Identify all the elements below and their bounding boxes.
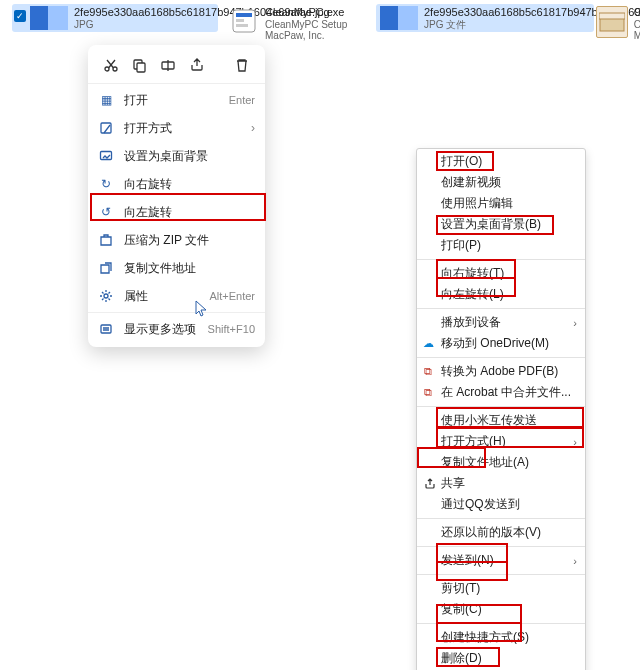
context-menu-classic: 打开(O) 创建新视频 使用照片编辑 设置为桌面背景(B) 打印(P) 向右旋转… <box>416 148 586 670</box>
more-icon <box>98 321 114 337</box>
exe-icon <box>229 6 259 36</box>
menu-share[interactable]: 共享 <box>417 473 585 494</box>
zip-icon <box>98 232 114 248</box>
menu-new-video[interactable]: 创建新视频 <box>417 172 585 193</box>
menu-open-with[interactable]: 打开方式› <box>88 114 265 142</box>
context-menu-win11: ▦打开Enter 打开方式› 设置为桌面背景 ↻向右旋转 ↺向左旋转 压缩为 Z… <box>88 45 265 347</box>
svg-rect-1 <box>236 13 252 17</box>
file-name: 2fe995e330aa6168b5c61817b947b1604e69afae… <box>424 6 574 19</box>
file-name: CleanMyPC.exe <box>265 6 347 19</box>
background-icon <box>98 148 114 164</box>
delete-icon[interactable] <box>232 55 252 75</box>
copy-icon[interactable] <box>129 55 149 75</box>
checkbox-icon: ✓ <box>14 10 26 22</box>
menu-create-shortcut[interactable]: 创建快捷方式(S) <box>417 627 585 648</box>
share-icon[interactable] <box>187 55 207 75</box>
menu-set-background[interactable]: 设置为桌面背景(B) <box>417 214 585 235</box>
menu-set-background[interactable]: 设置为桌面背景 <box>88 142 265 170</box>
menu-properties[interactable]: 属性Alt+Enter <box>88 282 265 310</box>
menu-send-to[interactable]: 发送到(N)› <box>417 550 585 571</box>
chevron-right-icon: › <box>573 555 577 567</box>
menu-previous-versions[interactable]: 还原以前的版本(V) <box>417 522 585 543</box>
action-row <box>88 51 265 81</box>
file-type: JPG <box>74 19 224 31</box>
menu-show-more[interactable]: 显示更多选项Shift+F10 <box>88 315 265 343</box>
menu-compress-zip[interactable]: 压缩为 ZIP 文件 <box>88 226 265 254</box>
open-icon: ▦ <box>98 92 114 108</box>
svg-rect-14 <box>101 325 111 333</box>
share-icon <box>423 477 437 491</box>
rotate-right-icon: ↻ <box>98 176 114 192</box>
menu-cut[interactable]: 剪切(T) <box>417 578 585 599</box>
svg-rect-2 <box>236 19 244 22</box>
chevron-right-icon: › <box>573 436 577 448</box>
svg-rect-9 <box>137 63 145 72</box>
file-item-jpg2[interactable]: 2fe995e330aa6168b5c61817b947b1604e69afae… <box>376 4 594 32</box>
menu-rotate-left[interactable]: ↺向左旋转 <box>88 198 265 226</box>
file-item-exe[interactable]: CleanMyPC.exeCleanMyPC SetupMacPaw, Inc. <box>225 4 383 44</box>
menu-delete[interactable]: 删除(D) <box>417 648 585 669</box>
chevron-right-icon: › <box>251 121 255 135</box>
pdf-icon: ⧉ <box>421 365 435 379</box>
menu-copy-path[interactable]: 复制文件地址(A) <box>417 452 585 473</box>
acrobat-icon: ⧉ <box>421 386 435 400</box>
svg-rect-11 <box>101 123 111 133</box>
image-thumbnail <box>380 6 418 30</box>
menu-rotate-left[interactable]: 向左旋转(L) <box>417 284 585 305</box>
file-name: 2fe995e330aa6168b5c61817b947b1604e69afae… <box>74 6 224 19</box>
menu-print[interactable]: 打印(P) <box>417 235 585 256</box>
menu-rotate-right[interactable]: ↻向右旋转 <box>88 170 265 198</box>
svg-rect-5 <box>599 13 625 19</box>
menu-play-to-device[interactable]: 播放到设备› <box>417 312 585 333</box>
menu-copy-path[interactable]: 复制文件地址 <box>88 254 265 282</box>
menu-onedrive[interactable]: ☁移动到 OneDrive(M) <box>417 333 585 354</box>
menu-edit-photo[interactable]: 使用照片编辑 <box>417 193 585 214</box>
box-icon <box>596 6 628 38</box>
menu-open[interactable]: 打开(O) <box>417 151 585 172</box>
menu-acrobat-merge[interactable]: ⧉在 Acrobat 中合并文件... <box>417 382 585 403</box>
file-name: C <box>634 6 640 19</box>
menu-rotate-right[interactable]: 向右旋转(T) <box>417 263 585 284</box>
properties-icon <box>98 288 114 304</box>
file-type: JPG 文件 <box>424 19 574 31</box>
image-thumbnail <box>30 6 68 30</box>
file-line3: MacPaw, Inc. <box>265 30 347 42</box>
copypath-icon <box>98 260 114 276</box>
menu-open-with[interactable]: 打开方式(H)› <box>417 431 585 452</box>
file-line2: CleanMyPC Setup <box>265 19 347 31</box>
rotate-left-icon: ↺ <box>98 204 114 220</box>
rename-icon[interactable] <box>158 55 178 75</box>
file-item-jpg1[interactable]: ✓ 2fe995e330aa6168b5c61817b947b1604e69af… <box>12 4 218 32</box>
onedrive-icon: ☁ <box>421 337 435 351</box>
menu-qq-send[interactable]: 通过QQ发送到 <box>417 494 585 515</box>
openwith-icon <box>98 120 114 136</box>
chevron-right-icon: › <box>573 317 577 329</box>
file-item-partial[interactable]: CCM <box>592 4 640 44</box>
svg-point-13 <box>104 294 108 298</box>
svg-rect-3 <box>236 24 248 27</box>
menu-open[interactable]: ▦打开Enter <box>88 86 265 114</box>
cut-icon[interactable] <box>101 55 121 75</box>
menu-xiaomi-send[interactable]: 使用小米互传发送 <box>417 410 585 431</box>
menu-adobe-pdf[interactable]: ⧉转换为 Adobe PDF(B) <box>417 361 585 382</box>
menu-copy[interactable]: 复制(C) <box>417 599 585 620</box>
